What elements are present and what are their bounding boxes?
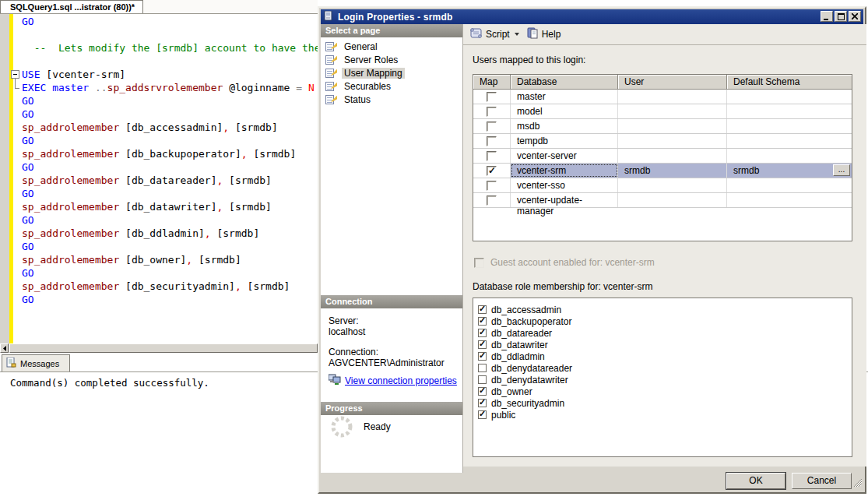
map-cell bbox=[473, 134, 511, 148]
role-item-db_ddladmin[interactable]: db_ddladmin bbox=[473, 350, 852, 362]
role-label: db_owner bbox=[491, 386, 532, 397]
messages-tab[interactable]: Messages bbox=[2, 354, 70, 371]
map-checkbox[interactable] bbox=[487, 107, 497, 117]
role-checkbox[interactable] bbox=[478, 364, 487, 372]
code-line: sp_addrolemember [db_ddladmin], [srmdb] bbox=[22, 227, 318, 240]
map-checkbox[interactable] bbox=[487, 166, 497, 176]
role-item-db_denydatareader[interactable]: db_denydatareader bbox=[473, 362, 852, 374]
ok-button[interactable]: OK bbox=[726, 473, 785, 489]
code-line: GO bbox=[22, 213, 318, 227]
user-cell[interactable] bbox=[618, 119, 727, 133]
user-cell[interactable]: srmdb bbox=[618, 164, 727, 178]
guest-account-label: Guest account enabled for: vcenter-srm bbox=[490, 257, 655, 268]
role-item-db_securityadmin[interactable]: db_securityadmin bbox=[473, 397, 852, 409]
properties-page-icon bbox=[325, 55, 337, 65]
default-schema-cell[interactable] bbox=[727, 134, 852, 148]
table-row-master[interactable]: master bbox=[473, 90, 852, 104]
user-cell[interactable] bbox=[618, 178, 727, 192]
script-button[interactable]: Script bbox=[486, 29, 510, 40]
table-row-vcenter-update-manager[interactable]: vcenter-update-manager bbox=[473, 193, 852, 208]
role-checkbox[interactable] bbox=[478, 305, 487, 314]
script-dropdown-arrow-icon[interactable] bbox=[515, 33, 519, 36]
map-checkbox[interactable] bbox=[487, 195, 497, 206]
sql-code-editor[interactable]: GO -- Lets modify the [srmdb] account to… bbox=[0, 13, 318, 343]
default-schema-cell[interactable] bbox=[727, 119, 852, 133]
role-item-db_accessadmin[interactable]: db_accessadmin bbox=[473, 304, 852, 315]
role-checkbox[interactable] bbox=[478, 399, 487, 407]
database-cell[interactable]: master bbox=[511, 90, 618, 104]
default-schema-cell[interactable] bbox=[727, 104, 852, 118]
role-checkbox[interactable] bbox=[478, 375, 487, 384]
user-cell[interactable] bbox=[618, 134, 727, 148]
database-cell[interactable]: msdb bbox=[511, 119, 618, 133]
cancel-button[interactable]: Cancel bbox=[792, 473, 852, 489]
code-fold-collapse-icon[interactable] bbox=[11, 70, 19, 79]
role-item-db_datareader[interactable]: db_datareader bbox=[473, 327, 852, 339]
user-cell[interactable] bbox=[618, 90, 727, 104]
table-row-vcenter-sso[interactable]: vcenter-sso bbox=[473, 178, 852, 193]
user-cell[interactable] bbox=[618, 104, 727, 118]
database-cell[interactable]: vcenter-srm bbox=[511, 164, 618, 178]
page-item-label: General bbox=[342, 41, 380, 52]
role-item-db_backupoperator[interactable]: db_backupoperator bbox=[473, 315, 852, 327]
map-checkbox[interactable] bbox=[487, 151, 497, 161]
maximize-button[interactable] bbox=[835, 11, 847, 22]
close-button[interactable] bbox=[849, 11, 861, 22]
default-schema-cell[interactable] bbox=[727, 193, 852, 207]
sidebar-item-status[interactable]: Status bbox=[321, 93, 462, 106]
dialog-title-bar[interactable]: Login Properties - srmdb bbox=[321, 9, 863, 24]
role-item-public[interactable]: public bbox=[473, 409, 852, 421]
default-schema-cell[interactable] bbox=[727, 149, 852, 163]
sql-query-tab[interactable]: SQLQuery1.sql ...istrator (80))* bbox=[0, 0, 143, 13]
minimize-button[interactable] bbox=[821, 11, 833, 22]
sidebar-item-securables[interactable]: Securables bbox=[321, 79, 462, 93]
code-line: GO bbox=[22, 293, 318, 306]
scrollbar-thumb[interactable] bbox=[9, 343, 318, 353]
table-row-msdb[interactable]: msdb bbox=[473, 119, 852, 134]
default-schema-cell[interactable] bbox=[727, 178, 852, 192]
table-row-vcenter-server[interactable]: vcenter-server bbox=[473, 149, 852, 164]
database-cell[interactable]: model bbox=[511, 104, 618, 118]
sidebar-item-server-roles[interactable]: Server Roles bbox=[321, 53, 462, 66]
role-item-db_owner[interactable]: db_owner bbox=[473, 386, 852, 397]
role-label: db_securityadmin bbox=[491, 398, 564, 409]
role-checkbox[interactable] bbox=[478, 410, 487, 419]
user-cell[interactable] bbox=[618, 149, 727, 163]
scroll-left-arrow-icon[interactable] bbox=[0, 343, 9, 353]
database-cell[interactable]: vcenter-sso bbox=[511, 178, 618, 192]
table-row-model[interactable]: model bbox=[473, 104, 852, 119]
role-checkbox[interactable] bbox=[478, 387, 487, 396]
messages-icon bbox=[6, 357, 16, 369]
role-checkbox[interactable] bbox=[478, 317, 487, 326]
role-item-db_datawriter[interactable]: db_datawriter bbox=[473, 339, 852, 350]
map-checkbox[interactable] bbox=[487, 121, 497, 132]
map-cell bbox=[473, 164, 511, 178]
table-row-tempdb[interactable]: tempdb bbox=[473, 134, 852, 149]
role-checkbox[interactable] bbox=[478, 352, 487, 361]
column-header-default-schema: Default Schema bbox=[727, 75, 852, 90]
dialog-title: Login Properties - srmdb bbox=[338, 12, 452, 23]
view-connection-properties-link[interactable]: View connection properties bbox=[345, 375, 457, 386]
default-schema-cell[interactable] bbox=[727, 90, 852, 104]
sidebar-item-general[interactable]: General bbox=[321, 40, 462, 53]
editor-horizontal-scrollbar[interactable] bbox=[0, 343, 318, 353]
map-checkbox[interactable] bbox=[487, 136, 497, 146]
database-cell[interactable]: vcenter-server bbox=[511, 149, 618, 163]
database-cell[interactable]: tempdb bbox=[511, 134, 618, 148]
role-checkbox[interactable] bbox=[478, 340, 487, 349]
database-cell[interactable]: vcenter-update-manager bbox=[511, 193, 618, 207]
help-button[interactable]: Help bbox=[542, 29, 561, 40]
map-checkbox[interactable] bbox=[487, 92, 497, 102]
user-cell[interactable] bbox=[618, 193, 727, 207]
role-checkbox[interactable] bbox=[478, 329, 487, 337]
map-checkbox[interactable] bbox=[487, 181, 497, 191]
database-role-list[interactable]: db_accessadmindb_backupoperatordb_datare… bbox=[473, 298, 852, 457]
browse-schema-button[interactable]: ... bbox=[833, 164, 850, 176]
default-schema-cell[interactable]: srmdb... bbox=[727, 164, 852, 178]
resize-grip[interactable] bbox=[852, 476, 862, 490]
dialog-left-panel: Select a page GeneralServer RolesUser Ma… bbox=[321, 24, 463, 473]
table-row-vcenter-srm[interactable]: vcenter-srmsrmdbsrmdb... bbox=[473, 164, 852, 178]
column-header-database: Database bbox=[511, 75, 618, 90]
sidebar-item-user-mapping[interactable]: User Mapping bbox=[321, 66, 462, 79]
role-item-db_denydatawriter[interactable]: db_denydatawriter bbox=[473, 374, 852, 386]
